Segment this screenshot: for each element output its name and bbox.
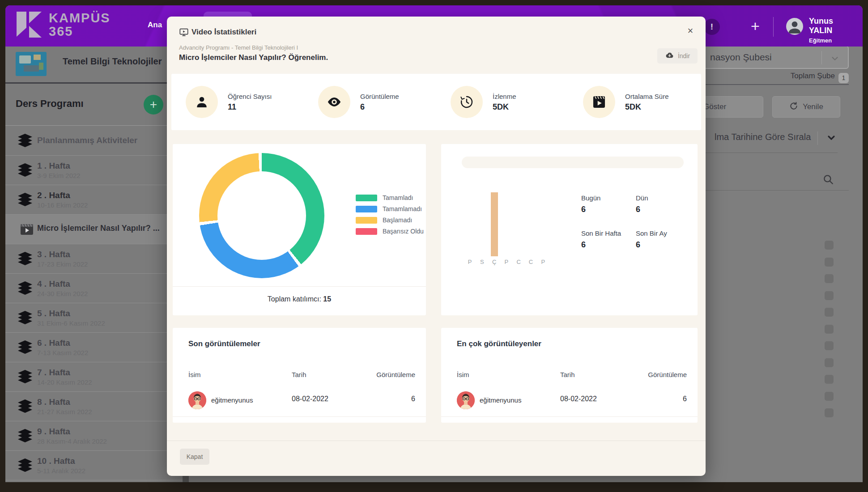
sidebar-item[interactable]: 3 . Hafta17-23 Ekim 2022 <box>5 244 183 274</box>
column-header-name: İsim <box>188 371 201 378</box>
legend-swatch <box>356 217 377 224</box>
person-icon <box>186 86 218 118</box>
sidebar-item[interactable]: 8 . Hafta21-27 Kasım 2022 <box>5 392 183 421</box>
add-activity-button[interactable]: + <box>144 95 163 115</box>
row-checkbox[interactable] <box>825 274 834 283</box>
divider <box>773 17 774 37</box>
legend-item: Tamamlamadı <box>356 205 424 212</box>
stat-value: 5DK <box>493 102 516 112</box>
app-logo[interactable]: KAMPÜS 365 <box>16 10 111 39</box>
summary-stat-text: İzlenme5DK <box>493 93 516 112</box>
download-button[interactable]: İndir <box>657 48 698 64</box>
sort-label: lma Tarihine Göre Sırala <box>715 132 811 142</box>
course-title: Temel Bilgi Teknolojiler <box>63 56 162 67</box>
top-viewers-card: En çok görüntüleyenlerİsimTarihGörüntüle… <box>441 328 698 423</box>
layers-icon <box>17 428 33 444</box>
column-header-date: Tarih <box>560 371 575 378</box>
row-checkbox[interactable] <box>825 308 834 317</box>
views-bar-chart: PSÇPCCP <box>461 189 559 268</box>
item-title: Planlanmamış Aktiviteler <box>37 136 137 145</box>
summary-stat: İzlenme5DK <box>436 74 569 130</box>
cloud-download-icon <box>665 51 674 61</box>
summary-stat: Öğrenci Sayısı11 <box>171 74 304 130</box>
legend-label: Tamamlamadı <box>383 205 422 212</box>
close-modal-button[interactable]: Kapat <box>180 449 209 465</box>
timer-icon <box>451 86 483 118</box>
column-header-views: Görüntüleme <box>648 371 687 378</box>
sidebar-item[interactable]: 4 . Hafta24-30 Ekim 2022 <box>5 274 183 303</box>
eye-icon <box>318 86 350 118</box>
bar-tick-label: S <box>477 259 487 265</box>
row-checkbox[interactable] <box>825 358 834 367</box>
sidebar-item[interactable]: 9 . Hafta28 Kasım-4 Aralık 2022 <box>5 421 183 451</box>
chart-title-placeholder <box>462 157 684 168</box>
sidebar-item[interactable]: 11 . Hafta <box>5 480 183 482</box>
logo-text: KAMPÜS 365 <box>49 11 111 38</box>
sidebar-item[interactable]: 2 . Hafta10-16 Ekim 2022 <box>5 185 183 215</box>
summary-stat: Ortalama Süre5DK <box>569 74 701 130</box>
row-checkbox[interactable] <box>825 341 834 350</box>
period-value: 6 <box>581 205 636 214</box>
sidebar-item[interactable]: 5 . Hafta31 Ekim-6 Kasım 2022 <box>5 303 183 333</box>
bar-tick-label: C <box>526 259 536 265</box>
row-checkbox[interactable] <box>825 325 834 334</box>
total-branch: Toplam Şube1 <box>735 72 849 83</box>
video-activity-icon <box>19 222 35 237</box>
close-icon[interactable]: × <box>684 25 697 37</box>
video-statistics-icon <box>179 27 189 39</box>
layers-icon <box>17 251 33 267</box>
layers-icon <box>17 369 33 385</box>
item-title: Micro İşlemciler Nasıl Yapılır? ... <box>37 224 160 233</box>
sidebar-item[interactable]: Micro İşlemciler Nasıl Yapılır? ... <box>5 215 183 244</box>
layers-icon <box>17 133 33 148</box>
user-info[interactable]: Yunus YALIN Eğitmen <box>809 17 858 44</box>
legend-item: Başarısız Oldu <box>356 228 424 235</box>
chevron-down-icon <box>830 54 840 65</box>
sidebar-item[interactable]: 1 . Hafta3-9 Ekim 2022 <box>5 156 183 185</box>
item-title: 5 . Hafta <box>37 309 70 318</box>
column-header-views: Görüntüleme <box>376 371 415 378</box>
item-dates: 17-23 Ekim 2022 <box>37 260 88 268</box>
course-banner[interactable]: Temel Bilgi Teknolojiler <box>5 48 183 82</box>
row-checkbox[interactable] <box>825 408 834 417</box>
course-thumbnail <box>16 52 47 76</box>
quick-add-button[interactable]: + <box>751 18 760 34</box>
divider <box>173 286 426 287</box>
layers-icon <box>17 458 33 473</box>
item-title: 4 . Hafta <box>37 279 70 289</box>
sidebar-item[interactable]: 6 . Hafta7-13 Kasım 2022 <box>5 333 183 362</box>
period-value: 6 <box>636 240 690 250</box>
row-checkbox[interactable] <box>825 291 834 300</box>
view-count: 6 <box>411 395 415 403</box>
row-checkbox[interactable] <box>825 241 834 250</box>
user-avatar[interactable] <box>786 18 803 35</box>
viewer-name: eğitmenyunus <box>480 396 521 404</box>
user-avatar <box>457 391 475 409</box>
item-dates: 28 Kasım-4 Aralık 2022 <box>37 437 107 445</box>
row-checkbox[interactable] <box>825 392 834 401</box>
sidebar-item[interactable]: 10 . Hafta5-11 Aralık 2022 <box>5 451 183 480</box>
refresh-button[interactable]: Yenile <box>772 96 840 118</box>
summary-stat: Görüntüleme6 <box>304 74 436 130</box>
search-icon[interactable] <box>822 174 834 187</box>
sidebar-item[interactable]: Planlanmamış Aktiviteler <box>5 126 183 156</box>
item-dates: 14-20 Kasım 2022 <box>37 378 92 386</box>
video-title: Micro İşlemciler Nasıl Yapılır? Öğreneli… <box>179 53 328 62</box>
period-stat: Son Bir Hafta6 <box>581 229 636 250</box>
row-checkbox[interactable] <box>825 375 834 384</box>
nav-item-anasayfa[interactable]: Ana <box>148 21 162 30</box>
notification-icon[interactable]: ! <box>704 19 720 35</box>
bar-tick-label: Ç <box>489 259 500 265</box>
period-stats: Bugün6Dün6Son Bir Hafta6Son Bir Ay6 <box>581 194 690 250</box>
refresh-label: Yenile <box>803 102 823 111</box>
sidebar-item[interactable]: 7 . Hafta14-20 Kasım 2022 <box>5 362 183 392</box>
summary-stat-text: Öğrenci Sayısı11 <box>228 93 272 112</box>
row-checkbox[interactable] <box>825 258 834 267</box>
chevron-down-icon <box>826 132 837 145</box>
stat-value: 6 <box>360 102 399 112</box>
column-header-name: İsim <box>457 371 469 378</box>
item-title: 10 . Hafta <box>37 456 75 466</box>
recent-views-card: Son görüntülemelerİsimTarihGörüntülemeeğ… <box>173 328 426 423</box>
total-branch-badge: 1 <box>838 73 849 83</box>
kampus-logo-icon <box>16 10 43 39</box>
